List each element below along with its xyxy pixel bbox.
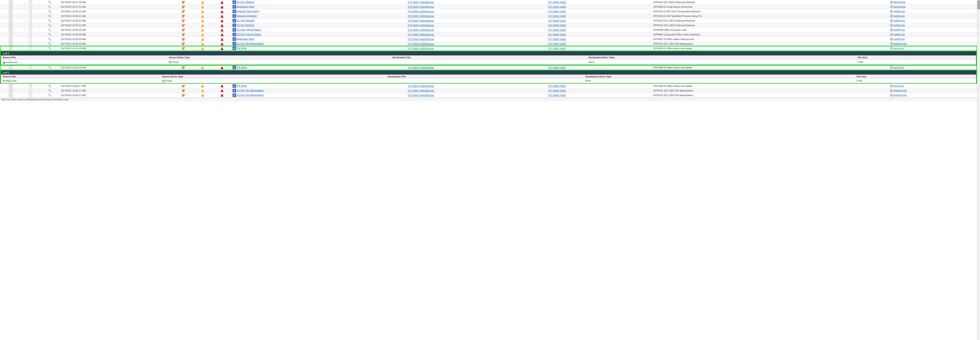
expand-button[interactable]: + [9, 9, 13, 13]
event-link[interactable]: Application Start [237, 38, 254, 40]
user-link[interactable]: FVT-WIN7-H002\tfischer [408, 43, 434, 45]
computer-link[interactable]: FVT-WIN7-H002 [548, 19, 566, 22]
process-link[interactable]: excel.exe [894, 47, 904, 49]
user-link[interactable]: FVT-WIN7-H002\tfischer [408, 15, 434, 17]
computer-link[interactable]: FVT-WIN7-H002 [548, 38, 566, 41]
search-icon[interactable]: 🔍 [48, 14, 51, 17]
search-icon[interactable]: 🔍 [48, 33, 51, 36]
search-icon[interactable]: 🔍 [48, 42, 51, 45]
computer-link[interactable]: FVT-WIN7-H002 [548, 33, 566, 36]
computer-link[interactable]: FVT-WIN7-H002 [548, 1, 566, 3]
expand-button[interactable]: + [9, 28, 13, 32]
computer-link[interactable]: FVT-WIN7-H002 [548, 47, 566, 50]
computer-link[interactable]: FVT-WIN7-H002 [548, 24, 566, 27]
process-link[interactable]: excel.exe [894, 66, 904, 69]
search-icon[interactable]: 🔍 [48, 10, 51, 13]
process-link[interactable]: excel.exe [894, 84, 904, 87]
row-checkbox[interactable] [29, 19, 32, 22]
process-link[interactable]: ruebfo.exe [894, 10, 905, 13]
search-icon[interactable]: 🔍 [48, 66, 51, 69]
event-link[interactable]: D1 Entry Vector Attack [237, 28, 261, 31]
user-link[interactable]: FVT-WIN7-H002\tfischer [408, 47, 434, 50]
row-checkbox[interactable] [29, 1, 32, 3]
expand-button[interactable]: + [9, 89, 13, 92]
event-link[interactable]: D1 IOC File Manipulation [237, 89, 264, 92]
row-checkbox[interactable] [29, 47, 32, 50]
search-icon[interactable]: 🔍 [48, 28, 51, 32]
process-link[interactable]: ruebfo.exe [894, 14, 905, 17]
expand-button[interactable]: + [9, 84, 13, 88]
process-link[interactable]: ruebfo.exe [894, 33, 905, 36]
event-link[interactable]: Network (Secondary) [237, 10, 259, 13]
event-link[interactable]: D1 IOC Network [237, 24, 255, 26]
search-icon[interactable]: 🔍 [48, 1, 51, 4]
scrollbar-thumb[interactable] [977, 0, 980, 9]
event-link[interactable]: D1 IOC File Manipulation [237, 94, 264, 96]
process-link[interactable]: explorer.exe [894, 89, 907, 92]
search-icon[interactable]: 🔍 [48, 94, 51, 97]
computer-link[interactable]: FVT-WIN7-H002 [548, 28, 566, 31]
event-link[interactable]: Application Start [237, 5, 254, 8]
user-link[interactable]: FVT-WIN7-H002\tfischer [408, 1, 434, 3]
computer-link[interactable]: FVT-WIN7-H002 [548, 94, 566, 96]
expand-button[interactable]: + [9, 42, 13, 46]
scrollbar[interactable] [977, 0, 980, 101]
process-link[interactable]: wscript.exe [894, 5, 905, 8]
search-icon[interactable]: 🔍 [48, 19, 51, 22]
expand-button[interactable]: + [9, 37, 13, 41]
computer-link[interactable]: FVT-WIN7-H002 [548, 10, 566, 13]
computer-link[interactable]: FVT-WIN7-H002 [548, 66, 566, 69]
process-link[interactable]: ruebfo.exe [894, 19, 905, 22]
event-link[interactable]: File Write [237, 47, 247, 49]
row-checkbox[interactable] [29, 33, 32, 36]
user-link[interactable]: FVT-WIN7-H002\tfischer [408, 89, 434, 92]
row-checkbox[interactable] [29, 5, 32, 8]
event-link[interactable]: D1 IOC File Manipulation [237, 42, 264, 45]
user-link[interactable]: FVT-WIN7-H002\tfischer [408, 38, 434, 41]
expand-button[interactable]: - [9, 66, 13, 69]
process-link[interactable]: wscript.exe [894, 1, 905, 3]
search-icon[interactable]: 🔍 [48, 84, 51, 87]
process-link[interactable]: ruebfo.exe [894, 28, 905, 31]
search-icon[interactable]: 🔍 [48, 5, 51, 8]
expand-button[interactable]: + [9, 33, 13, 36]
row-checkbox[interactable] [29, 28, 32, 31]
user-link[interactable]: FVT-WIN7-H002\tfischer [408, 10, 434, 13]
search-icon[interactable]: 🔍 [48, 89, 51, 92]
expand-button[interactable]: - [9, 47, 13, 50]
user-link[interactable]: FVT-WIN7-H002\tfischer [408, 19, 434, 22]
computer-link[interactable]: FVT-WIN7-H002 [548, 5, 566, 8]
expand-button[interactable]: + [9, 24, 13, 27]
user-link[interactable]: FVT-WIN7-H002\tfischer [408, 66, 434, 69]
row-checkbox[interactable] [29, 89, 32, 92]
event-link[interactable]: File Write [237, 66, 247, 69]
search-icon[interactable]: 🔍 [48, 38, 51, 41]
expand-button[interactable]: + [9, 93, 13, 97]
row-checkbox[interactable] [29, 38, 32, 41]
computer-link[interactable]: FVT-WIN7-H002 [548, 43, 566, 45]
computer-link[interactable]: FVT-WIN7-H002 [548, 15, 566, 17]
event-link[interactable]: Network Operation [237, 14, 257, 17]
expand-button[interactable]: + [9, 19, 13, 22]
process-link[interactable]: ruebfo.exe [894, 38, 905, 40]
process-link[interactable]: explorer.exe [894, 94, 907, 96]
user-link[interactable]: FVT-WIN7-H002\tfischer [408, 28, 434, 31]
row-checkbox[interactable] [29, 84, 32, 87]
user-link[interactable]: FVT-WIN7-H002\tfischer [408, 85, 434, 87]
expand-button[interactable]: + [9, 5, 13, 9]
event-link[interactable]: File Write [237, 84, 247, 87]
search-icon[interactable]: 🔍 [48, 24, 51, 27]
row-checkbox[interactable] [29, 42, 32, 45]
process-link[interactable]: ruebfo.exe [894, 24, 905, 26]
event-link[interactable]: D2 Entry Vector Attack [237, 33, 261, 36]
user-link[interactable]: FVT-WIN7-H002\tfischer [408, 94, 434, 96]
row-checkbox[interactable] [29, 10, 32, 13]
expand-button[interactable]: + [9, 0, 13, 4]
computer-link[interactable]: FVT-WIN7-H002 [548, 89, 566, 92]
expand-button[interactable]: + [9, 14, 13, 18]
user-link[interactable]: FVT-WIN7-H002\tfischer [408, 24, 434, 27]
row-checkbox[interactable] [29, 24, 32, 27]
event-link[interactable]: D1 IOC Network [237, 1, 255, 3]
process-link[interactable]: explorer.exe [894, 42, 907, 45]
row-checkbox[interactable] [29, 66, 32, 69]
